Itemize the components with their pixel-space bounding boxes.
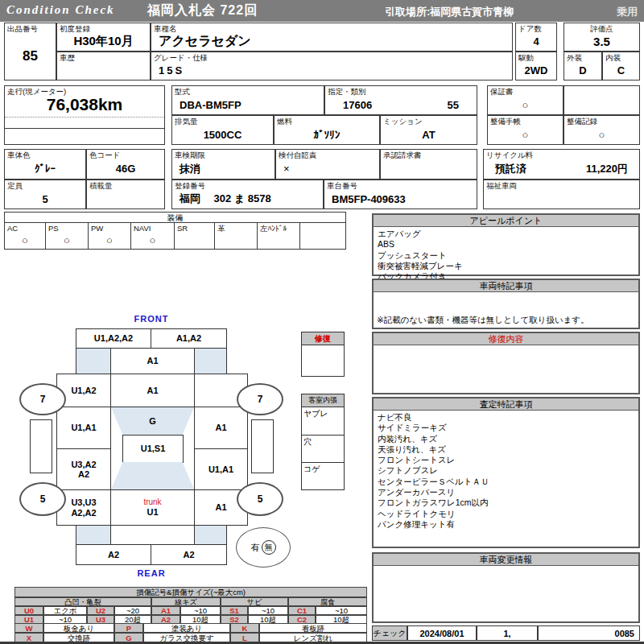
headlight-left-cell xyxy=(76,348,111,374)
doors-value: 4 xyxy=(516,32,556,51)
equipment-leather-value xyxy=(215,232,257,249)
rear-bumper-right-cell: A2 xyxy=(151,544,227,565)
welfare-vehicle-cell: 福祉車両 xyxy=(483,180,640,209)
assessment-item: センターピラーＳベルトＡＵ xyxy=(378,477,634,487)
legend-size: エクボ xyxy=(43,606,87,615)
class-number-2: 55 xyxy=(448,99,459,111)
legend-size: ~10 xyxy=(248,606,288,615)
maintenance-book-cell: 整備手帳 ○ xyxy=(487,115,564,145)
front-bumper-right-cell: A1,A2 xyxy=(151,328,227,349)
mileage-cell: 走行(現メーター) 76,038km xyxy=(4,85,165,145)
chassis-number-cell: 車台番号 BM5FP-409633 xyxy=(324,180,477,209)
wheel-rear-right: 5 xyxy=(237,482,283,516)
repair-content-header: 修復内容 xyxy=(374,333,638,345)
equipment-empty-cell xyxy=(300,223,346,250)
pickup-location: 引取場所:福岡県古賀市青柳 xyxy=(385,5,514,19)
maintenance-book-value: ○ xyxy=(488,125,563,144)
class-number-1: 17606 xyxy=(343,99,372,111)
damage-legend-row-1: U0 エクボ U2 ~20 A1 ~10 S1 ~10 C1 ~10 xyxy=(14,606,367,615)
windshield-cell: G xyxy=(111,407,194,435)
inspection-cell: 車検期限 抹消 xyxy=(171,149,275,180)
insurance-cell: 検付自賠責 × xyxy=(275,149,380,180)
registration-number-value: 福岡 302 ま 8578 xyxy=(172,189,323,208)
title-bar: Condition Check 福岡入札会 722回 引取場所:福岡県古賀市青柳… xyxy=(0,0,644,22)
equipment-leather-cell: 革 xyxy=(215,223,258,250)
rear-door-right-cell: U1,A1 xyxy=(194,448,248,490)
maintenance-record-value: ○ xyxy=(564,125,639,144)
legend-code: W xyxy=(14,623,43,633)
class-number-cell: 指定・類別 17606 55 xyxy=(324,85,477,115)
appeal-item: ABS xyxy=(378,239,634,250)
hood-cell: A1 xyxy=(110,348,195,374)
welfare-vehicle-value xyxy=(484,189,639,208)
legend-code: K xyxy=(230,623,259,633)
cabin-lining-header: 客室内張 xyxy=(302,394,344,407)
interior-grade-value: C xyxy=(603,61,639,80)
assessment-item: 内装汚れ、キズ xyxy=(378,434,634,444)
score-cell: 評価点 3.5 xyxy=(564,23,640,52)
assessment-item: ヘッドライトクモリ xyxy=(378,509,634,519)
assessment-item: アンダーカバースリ xyxy=(378,487,634,497)
repair-mark-header: 修復 xyxy=(302,332,344,345)
auction-title: 福岡入札会 722回 xyxy=(147,2,258,19)
rear-bumper-left-cell: A2 xyxy=(76,544,151,565)
side-sill-right xyxy=(251,419,274,473)
legend-desc: 看板跡 xyxy=(259,623,367,633)
doors-cell: ドア数 4 xyxy=(515,23,557,52)
wheel-rear-left: 5 xyxy=(19,482,66,516)
damage-legend-table: 損傷記号&損傷サイズ(~最大cm) 凸凹・亀裂 線キズ サビ 腐食 U0 エクボ… xyxy=(14,587,367,624)
load-capacity-value xyxy=(87,189,164,208)
check-label-cell: チェック xyxy=(372,625,407,641)
legend-code: S1 xyxy=(221,606,248,615)
front-label: FRONT xyxy=(111,314,192,324)
assessment-notes-section: 査定特記事項 ナビ不良 サイドミラーキズ 内装汚れ、キズ 天張り汚れ、キズ フロ… xyxy=(372,397,640,548)
exterior-grade-value: D xyxy=(564,61,601,80)
legend-size: ~20 xyxy=(114,606,151,615)
equipment-title: 装備 xyxy=(4,212,346,223)
assessment-item: ナビ不良 xyxy=(378,412,634,423)
warranty-spare-cell xyxy=(564,85,640,115)
trunk-cell: trunk U1 xyxy=(110,489,195,526)
model-name-value: アクセラセダン xyxy=(151,32,512,51)
assessment-notes-body: ナビ不良 サイドミラーキズ 内装汚れ、キズ 天張り汚れ、キズ フロントシートスレ… xyxy=(374,411,638,531)
change-info-body xyxy=(374,566,638,569)
history-cell: 車歴 xyxy=(56,52,151,80)
legend-group-rust: サビ xyxy=(221,597,288,606)
presence-yes: 有 xyxy=(251,542,260,554)
repair-content-body xyxy=(374,345,638,349)
equipment-sr-cell: SR xyxy=(175,223,215,250)
equipment-navi-cell: NAVI○ xyxy=(131,223,175,250)
cabin-lining-box: 客室内張 ヤブレ 穴 コゲ xyxy=(301,394,345,490)
check-count-cell: 1, xyxy=(477,625,538,641)
assessment-notes-header: 査定特記事項 xyxy=(374,398,638,411)
equipment-ac-cell: AC○ xyxy=(4,223,46,250)
equipment-lhd-value xyxy=(258,232,299,249)
drive-value: 2WD xyxy=(516,61,556,80)
appeal-points-body: エアバッグ ABS プッシュスタート 衝突被害軽減ブレーキ バックカメラ付き xyxy=(374,227,638,283)
assessment-item: 天張り汚れ、キズ xyxy=(378,444,634,455)
recycle-status: 預託済 xyxy=(495,162,526,176)
fuel-cell: 燃料 ｶﾞｿﾘﾝ xyxy=(274,115,380,145)
vehicle-type-badge: 乗用 xyxy=(617,5,638,19)
cabin-lining-row-burn: コゲ xyxy=(302,463,344,489)
insurance-value: × xyxy=(276,159,379,179)
legend-group-dent: 凸凹・亀裂 xyxy=(14,597,151,606)
body-color-value: ｸﾞﾚｰ xyxy=(5,159,85,179)
legend-group-corrosion: 腐食 xyxy=(288,597,367,606)
interior-grade-cell: 内装 C xyxy=(602,52,640,80)
wheel-front-left: 7 xyxy=(19,383,66,415)
rear-window-cell xyxy=(111,462,194,489)
presence-no-circled: 無 xyxy=(262,540,276,555)
equipment-pw-cell: PW○ xyxy=(89,223,131,250)
front-door-right-cell: A1 xyxy=(194,407,248,449)
front-bumper-left-cell: U1,A2,A2 xyxy=(76,328,151,349)
warranty-value: ○ xyxy=(488,95,563,114)
repair-mark-legend-table: W 板金あり P 塗装あり K 看板跡 X 交換跡 G ガラス交換要す L レン… xyxy=(14,623,367,642)
trunk-tag: trunk xyxy=(143,497,161,507)
assessment-item: シフトノブスレ xyxy=(378,465,634,476)
repair-content-section: 修復内容 xyxy=(372,332,640,394)
change-info-header: 車両変更情報 xyxy=(374,554,638,566)
transmission-cell: ミッション AT xyxy=(380,115,477,145)
roof-cell: U1,S1 xyxy=(122,435,184,463)
displacement-cell: 排気量 1500CC xyxy=(171,115,274,145)
